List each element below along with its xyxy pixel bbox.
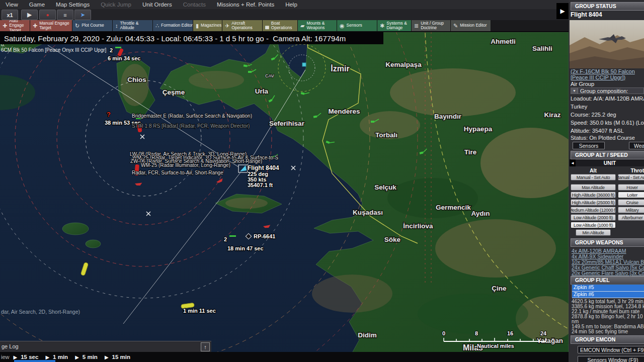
up-arrow-icon: ↑ bbox=[204, 344, 207, 350]
scroll-left-button[interactable]: ◄ bbox=[570, 159, 576, 166]
time-compression-button[interactable]: x1 bbox=[2, 10, 18, 20]
altitude-icon: ↕ bbox=[115, 23, 118, 29]
jump-button[interactable]: ➤ bbox=[74, 10, 91, 20]
weapons-window-button[interactable]: Weapons bbox=[629, 142, 644, 149]
throttle-cruise-button[interactable]: Cruise bbox=[618, 199, 644, 206]
mission-editor-button[interactable]: ✎Mission Editor bbox=[451, 20, 491, 31]
play-button[interactable]: ▶ bbox=[21, 10, 38, 20]
edge-contact-label: dar, Air Search, 2D, Short-Range) bbox=[1, 309, 80, 315]
menu-missions-refpoints[interactable]: Missions + Ref. Points bbox=[211, 2, 280, 8]
mounts-weapons-button[interactable]: ▰Mounts & Weapons bbox=[298, 20, 337, 31]
cav-label: CAV bbox=[265, 73, 274, 78]
group-composition-toggle[interactable]: ▼ Group composition: bbox=[571, 87, 644, 94]
group-altspeed-header: GROUP ALT / SPEED bbox=[571, 151, 644, 159]
throttle-manual-button[interactable]: Manual - Set Auto bbox=[618, 174, 644, 180]
menu-help[interactable]: Help bbox=[280, 2, 303, 8]
group-status-header: GROUP STATUS bbox=[571, 2, 644, 11]
svg-text:Bridgemaster E (Radar, Surface: Bridgemaster E (Radar, Surface Search & … bbox=[132, 113, 252, 119]
fuel-bingo-text: 2878.8 kg to Bingo fuel, 2 hr 10 min, 76 bbox=[572, 314, 644, 319]
menu-unit-orders[interactable]: Unit Orders bbox=[137, 2, 178, 8]
svg-text:Kemalpaşa: Kemalpaşa bbox=[385, 61, 422, 68]
transport-bar: x1 ▶ ● ≡ ➤ bbox=[0, 9, 569, 20]
chevron-down-icon: ▼ bbox=[571, 88, 578, 94]
alt-low2000-button[interactable]: Low Altitude (2000 ft) bbox=[571, 214, 616, 221]
chevron-right-icon: ▶ bbox=[560, 8, 565, 15]
map-layers-button[interactable]: ≡ bbox=[57, 10, 73, 20]
speed-15min[interactable]: ▶15 min bbox=[105, 354, 130, 360]
alt-medium-button[interactable]: Medium Altitude (12000 ft) bbox=[571, 207, 616, 213]
log-expand-button[interactable]: ↑ bbox=[201, 342, 210, 351]
message-log-title: ge Log bbox=[2, 343, 19, 349]
throttle-military-button[interactable]: Military bbox=[618, 207, 644, 213]
menu-view[interactable]: View bbox=[0, 2, 24, 8]
doctrine-button[interactable]: ≣Unit / Group Doctrine bbox=[412, 20, 451, 31]
eta-timer-1: 6 min 34 sec bbox=[108, 55, 140, 61]
course-text: Course: 225.2 deg bbox=[571, 112, 616, 118]
sensors-window-button[interactable]: Sensors bbox=[573, 142, 605, 149]
alt-max-button[interactable]: Max Altitude bbox=[571, 184, 616, 191]
jump-icon: ➤ bbox=[80, 12, 85, 18]
speed-1min[interactable]: ▶1 min bbox=[45, 354, 68, 360]
alt-column-header: Alt bbox=[571, 167, 616, 173]
svg-text:Seferihisar: Seferihisar bbox=[269, 120, 305, 127]
svg-text:İncirliova: İncirliova bbox=[403, 222, 433, 230]
alt-manual-button[interactable]: Manual - Set Auto bbox=[571, 174, 616, 180]
sensors-window-f9-button[interactable]: Sensors Window (F9) bbox=[578, 356, 644, 362]
alt-min-button[interactable]: Min Altitude bbox=[576, 229, 611, 236]
play-icon: ▶ bbox=[27, 12, 31, 18]
speed-5min[interactable]: ▶5 min bbox=[75, 354, 98, 360]
group-fuel-header: GROUP FUEL bbox=[571, 276, 644, 285]
emcon-window-button[interactable]: EMCON Window (Ctrl + F9) bbox=[578, 346, 644, 353]
svg-text:STIR 1.8 RS [Radar] (Radar, FC: STIR 1.8 RS [Radar] (Radar, FCR, Weapon … bbox=[132, 123, 250, 129]
document-icon: ≣ bbox=[414, 23, 419, 29]
alt-low1000-button[interactable]: Low Altitude (1000 ft) bbox=[571, 222, 616, 228]
group-name: Flight 8404 bbox=[571, 11, 602, 18]
aircraft-db-link[interactable]: (2x F-16CM Blk 50 Falcon [Peace III CCIP… bbox=[571, 69, 644, 80]
fuel-tank-list[interactable]: Zipkin #5 Zipkin #6 bbox=[572, 284, 644, 298]
throttle-hover-button[interactable]: Hover bbox=[618, 184, 644, 191]
manual-engage-button[interactable]: ✚Manual Engage Target bbox=[30, 20, 72, 31]
aircraft-operations-button[interactable]: ✈Aircraft Operations bbox=[222, 20, 263, 31]
boat-operations-button[interactable]: ▄Boat Operations bbox=[263, 20, 298, 31]
app-window: Ahmetli Salihli İzmir Kemalpaşa Chios Çe… bbox=[0, 0, 644, 362]
svg-text:35407.1 ft: 35407.1 ft bbox=[248, 182, 273, 188]
svg-text:Tire: Tire bbox=[464, 148, 477, 156]
throttle-altitude-button[interactable]: ↕Throttle & Altitude bbox=[113, 20, 153, 31]
plot-course-button[interactable]: ↻Plot Course bbox=[72, 20, 113, 31]
svg-text:8: 8 bbox=[475, 330, 478, 336]
fuel-tank-row[interactable]: Zipkin #6 bbox=[572, 292, 644, 299]
alt-high25000-button[interactable]: High Altitude (25000 ft) bbox=[571, 199, 616, 206]
formation-editor-button[interactable]: ∴Formation Editor bbox=[153, 20, 193, 31]
crosshair-icon: ✚ bbox=[33, 23, 37, 29]
record-button[interactable]: ● bbox=[39, 10, 56, 20]
menu-map-settings[interactable]: Map Settings bbox=[50, 2, 95, 8]
svg-text:24: 24 bbox=[540, 330, 547, 336]
svg-text:0: 0 bbox=[442, 330, 445, 336]
alt-high36000-button[interactable]: High Altitude (36000 ft) bbox=[571, 192, 616, 198]
sidebar-toggle[interactable]: ▶ bbox=[556, 3, 569, 19]
svg-text:16: 16 bbox=[507, 330, 513, 336]
fuel-tank-row[interactable]: Zipkin #5 bbox=[572, 285, 644, 292]
svg-text:Nautical miles: Nautical miles bbox=[477, 343, 514, 349]
selected-info-line2: 6CM Blk 50 Falcon [Peace Onyx III CCIP U… bbox=[1, 47, 107, 53]
svg-text:Radar, FCR, Surface-to-Air, Sh: Radar, FCR, Surface-to-Air, Short-Range bbox=[132, 170, 223, 175]
menu-game[interactable]: Game bbox=[24, 2, 50, 8]
sensors-button[interactable]: ◉Sensors bbox=[337, 20, 377, 31]
systems-damage-button[interactable]: ✱Systems & Damage bbox=[377, 20, 412, 31]
altitude-text: Altitude: 35407 ft ASL bbox=[571, 128, 624, 134]
svg-text:Selçuk: Selçuk bbox=[374, 184, 396, 191]
speed-15sec[interactable]: ▶15 sec bbox=[14, 354, 39, 360]
group-weapons-header: GROUP WEAPONS bbox=[571, 238, 644, 247]
magazines-button[interactable]: ▮Magazines bbox=[193, 20, 222, 31]
throttle-afterburner-button[interactable]: Afterburner bbox=[618, 214, 644, 221]
message-log-titlebar[interactable]: ge Log ↑ bbox=[0, 341, 211, 352]
throttle-loiter-button[interactable]: Loiter bbox=[618, 192, 644, 198]
svg-text:Aydın: Aydın bbox=[471, 210, 490, 217]
missiles-icon: ▰ bbox=[300, 23, 304, 29]
arrow-icon: ▶ bbox=[75, 354, 79, 360]
tactical-map[interactable]: Ahmetli Salihli İzmir Kemalpaşa Chios Çe… bbox=[0, 32, 569, 362]
group-emcon-header: GROUP EMCON bbox=[571, 335, 644, 344]
svg-text:Urla: Urla bbox=[255, 87, 269, 95]
weapon-link-flare[interactable]: 20x Generic Flare Salvo [3x Cartridge bbox=[572, 270, 644, 276]
auto-engage-button[interactable]: ✚Auto Engage Target bbox=[0, 20, 30, 31]
